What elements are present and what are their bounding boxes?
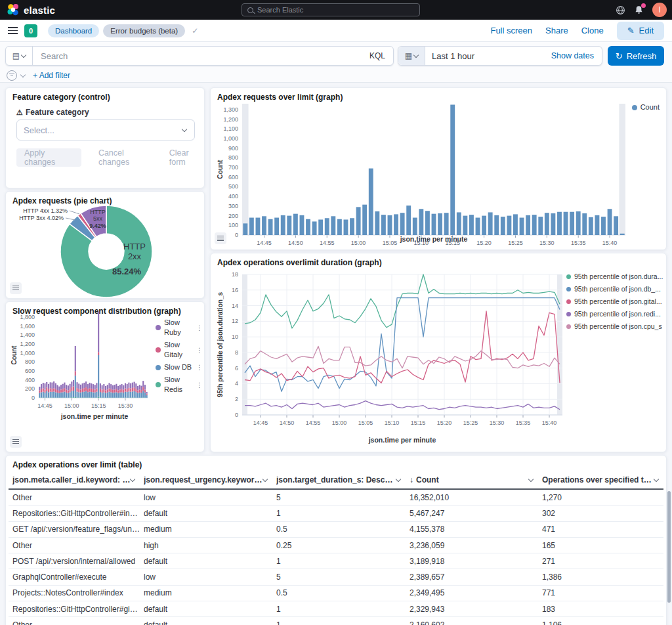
stacked-bar-segment[interactable] — [110, 392, 112, 397]
stacked-bar-segment[interactable] — [51, 392, 52, 398]
stacked-bar-segment[interactable] — [71, 387, 72, 391]
stacked-bar-segment[interactable] — [48, 392, 49, 397]
alerts-bell-icon[interactable] — [634, 5, 644, 15]
stacked-bar-segment[interactable] — [53, 391, 54, 397]
stacked-bar-segment[interactable] — [60, 389, 62, 392]
stacked-bar-segment[interactable] — [82, 383, 83, 389]
stacked-bar-segment[interactable] — [132, 391, 133, 397]
stacked-bar-segment[interactable] — [53, 388, 54, 391]
chevron-down-icon[interactable] — [130, 476, 135, 481]
stacked-bar-segment[interactable] — [132, 388, 133, 391]
stacked-bar-segment[interactable] — [73, 387, 74, 391]
stacked-bar-segment[interactable] — [130, 383, 131, 389]
stacked-bar-segment[interactable] — [108, 389, 110, 392]
stacked-bar-segment[interactable] — [98, 355, 99, 397]
stacked-bar-segment[interactable] — [140, 386, 142, 391]
stacked-bar-segment[interactable] — [62, 392, 64, 397]
stacked-bar-segment[interactable] — [43, 383, 44, 388]
stacked-bar-segment[interactable] — [121, 384, 122, 389]
bar[interactable] — [476, 218, 480, 235]
stacked-bar-segment[interactable] — [82, 389, 83, 392]
line-series[interactable] — [245, 311, 560, 383]
stacked-bar-segment[interactable] — [137, 386, 138, 391]
stacked-bar-segment[interactable] — [98, 397, 99, 398]
stacked-bar-segment[interactable] — [91, 392, 92, 398]
stacked-bar-segment[interactable] — [140, 393, 142, 398]
stacked-bar-segment[interactable] — [135, 389, 136, 392]
panel-options-icon[interactable] — [10, 436, 22, 448]
bar[interactable] — [532, 215, 537, 235]
stacked-bar-segment[interactable] — [127, 389, 128, 392]
stacked-bar-segment[interactable] — [125, 392, 126, 398]
stacked-bar-segment[interactable] — [83, 383, 85, 388]
stacked-bar-segment[interactable] — [51, 389, 52, 392]
stacked-bar-segment[interactable] — [55, 383, 56, 389]
stacked-bar-segment[interactable] — [76, 388, 77, 391]
stacked-bar-segment[interactable] — [93, 389, 94, 393]
stacked-bar-segment[interactable] — [75, 376, 76, 397]
bar[interactable] — [551, 213, 555, 235]
stacked-bar-segment[interactable] — [117, 390, 119, 393]
stacked-bar-segment[interactable] — [51, 383, 52, 389]
stacked-bar-segment[interactable] — [85, 381, 87, 387]
bar[interactable] — [425, 211, 430, 235]
stacked-bar-segment[interactable] — [127, 384, 128, 389]
stacked-bar-segment[interactable] — [91, 383, 92, 389]
stacked-bar-segment[interactable] — [39, 387, 40, 390]
stacked-bar-segment[interactable] — [76, 397, 77, 398]
cloud-deployment-icon[interactable] — [616, 5, 625, 15]
bar[interactable] — [501, 217, 505, 235]
bar[interactable] — [375, 211, 379, 235]
stacked-bar-segment[interactable] — [142, 387, 144, 391]
panel-options-icon[interactable] — [215, 232, 226, 244]
stacked-bar-segment[interactable] — [110, 384, 112, 389]
stacked-bar-segment[interactable] — [117, 386, 119, 391]
stacked-bar-segment[interactable] — [75, 346, 76, 371]
stacked-bar-segment[interactable] — [39, 391, 40, 393]
stacked-bar-segment[interactable] — [94, 385, 96, 389]
bar[interactable] — [337, 219, 342, 235]
stacked-bar-segment[interactable] — [68, 385, 69, 390]
stacked-bar-segment[interactable] — [55, 389, 56, 393]
stacked-bar-segment[interactable] — [83, 388, 85, 391]
bar[interactable] — [564, 212, 568, 235]
stacked-bar-segment[interactable] — [103, 389, 104, 393]
clone-button[interactable]: Clone — [581, 26, 604, 35]
stacked-bar-segment[interactable] — [89, 392, 90, 398]
bar[interactable] — [457, 212, 461, 235]
bar[interactable] — [513, 214, 518, 235]
stacked-bar-segment[interactable] — [46, 382, 47, 387]
stacked-bar-segment[interactable] — [64, 388, 65, 391]
bar[interactable] — [325, 218, 329, 235]
stacked-bar-segment[interactable] — [121, 389, 122, 393]
stacked-bar-segment[interactable] — [116, 389, 117, 393]
bar[interactable] — [614, 216, 618, 235]
legend-item[interactable]: 95th percentile of json.gital... — [566, 297, 665, 307]
bar[interactable] — [507, 216, 511, 235]
stacked-bar-segment[interactable] — [146, 392, 148, 394]
stacked-bar-segment[interactable] — [94, 393, 96, 398]
legend-menu-icon[interactable]: ⋮ — [196, 362, 203, 372]
bar[interactable] — [438, 213, 442, 235]
stacked-bar-segment[interactable] — [98, 352, 99, 355]
stacked-bar-segment[interactable] — [105, 390, 106, 393]
stacked-bar-segment[interactable] — [128, 388, 129, 391]
stacked-bar-segment[interactable] — [114, 389, 116, 392]
stacked-bar-segment[interactable] — [80, 385, 81, 390]
stacked-bar-segment[interactable] — [71, 381, 72, 387]
bar[interactable] — [287, 216, 291, 235]
stacked-bar-segment[interactable] — [128, 391, 129, 397]
stacked-bar-segment[interactable] — [137, 393, 138, 398]
stacked-bar-segment[interactable] — [43, 392, 44, 398]
stacked-bar-segment[interactable] — [58, 387, 60, 391]
bar[interactable] — [388, 215, 392, 235]
query-language-label[interactable]: KQL — [369, 51, 393, 60]
stacked-bar-chart[interactable]: 02004006008001,0001,2001,4001,6001,80014… — [9, 309, 153, 415]
legend-item[interactable]: Slow Ruby⋮ — [156, 318, 203, 337]
stacked-bar-segment[interactable] — [60, 385, 62, 389]
stacked-bar-segment[interactable] — [116, 384, 117, 389]
stacked-bar-segment[interactable] — [103, 384, 104, 389]
legend-item[interactable]: Slow Redis⋮ — [156, 375, 203, 395]
stacked-bar-segment[interactable] — [132, 383, 133, 388]
bar[interactable] — [488, 212, 493, 235]
